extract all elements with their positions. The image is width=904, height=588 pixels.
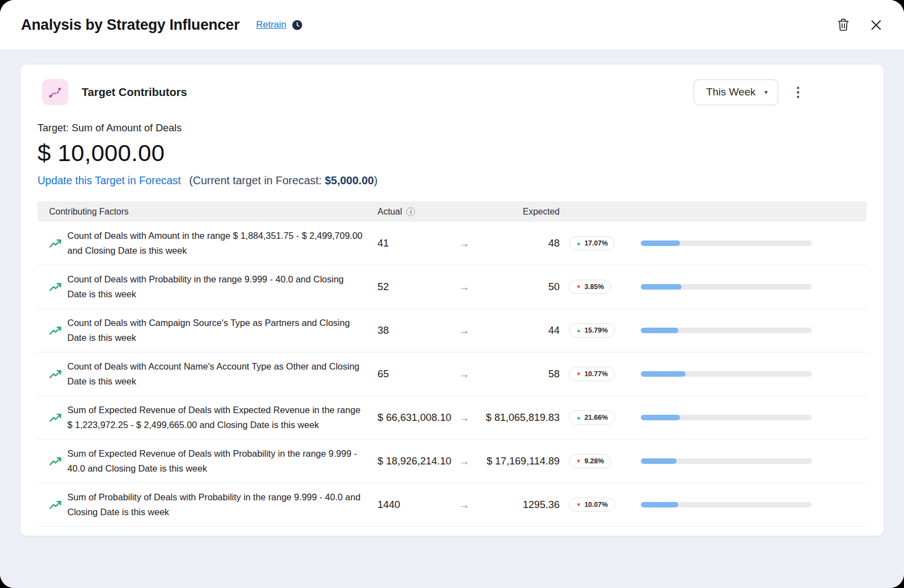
retrain-history-clock-icon[interactable] [292,20,302,30]
change-badge-cell: ▼ 10.77% [560,367,626,381]
progress-cell [626,240,866,246]
close-icon[interactable] [870,19,882,31]
change-percent: 9.28% [584,457,604,465]
change-direction-icon: ▲ [576,241,581,246]
card-title: Target Contributors [82,85,187,99]
table-body: Count of Deals with Amount in the range … [38,222,866,527]
progress-bar [641,240,812,246]
actual-value: 41 [377,237,459,249]
actual-value: $ 18,926,214.10 [377,455,459,467]
expected-value: 48 [485,237,560,249]
progress-cell [626,328,866,333]
period-label: This Week [706,86,756,98]
trending-up-icon [49,413,67,423]
actual-value: $ 66,631,008.10 [377,411,459,424]
retrain-link[interactable]: Retrain [256,19,286,30]
progress-bar-fill [641,328,678,333]
change-direction-icon: ▼ [576,503,581,507]
table-header-row: Contributing Factors Actual i Expected [38,201,866,222]
change-badge-cell: ▼ 10.07% [560,498,626,512]
actual-value: 65 [377,368,459,380]
chevron-down-icon: ▾ [764,88,768,96]
table-row: Sum of Expected Revenue of Deals with Ex… [38,396,866,440]
column-header-factors: Contributing Factors [49,207,377,217]
change-badge-cell: ▼ 3.85% [560,280,626,294]
change-badge-cell: ▲ 15.79% [560,323,626,338]
change-badge-cell: ▼ 9.28% [560,454,626,468]
change-percent: 15.79% [584,327,608,334]
change-badge: ▲ 15.79% [569,323,615,338]
change-direction-icon: ▼ [576,372,581,377]
progress-cell [626,415,866,420]
change-badge: ▼ 3.85% [569,280,611,294]
trending-up-icon [49,239,67,248]
table-row: Count of Deals with Account Name's Accou… [38,352,866,396]
expected-value: $ 17,169,114.89 [485,455,560,467]
more-options-icon[interactable]: ⋮ [791,85,805,99]
change-direction-icon: ▲ [576,328,581,333]
actual-value: 1440 [377,499,459,511]
change-badge: ▼ 9.28% [569,454,611,468]
info-icon[interactable]: i [406,207,415,216]
progress-cell [626,371,866,377]
factor-text: Count of Deals with Account Name's Accou… [67,352,377,395]
contributing-factors-table: Contributing Factors Actual i Expected C… [38,201,866,527]
page-title: Analysis by Strategy Influencer [21,17,240,34]
change-badge: ▼ 10.07% [569,498,615,512]
arrow-right-icon: → [459,499,485,511]
progress-bar [641,328,812,333]
factor-text: Sum of Expected Revenue of Deals with Pr… [67,440,377,483]
progress-bar-fill [641,458,677,464]
table-row: Sum of Expected Revenue of Deals with Pr… [38,440,866,483]
progress-bar-fill [641,284,682,290]
current-target-text: (Current target in Forecast: $5,000.00) [189,174,377,187]
progress-bar [641,415,812,420]
column-header-actual: Actual [377,207,402,217]
expected-value: 44 [485,324,560,336]
progress-bar [641,458,812,464]
strategy-influencer-window: Analysis by Strategy Influencer Retrain [0,0,904,588]
expected-value: 50 [485,281,560,293]
progress-bar-fill [641,240,680,246]
progress-bar [641,502,812,507]
arrow-right-icon: → [459,455,485,468]
change-badge-cell: ▲ 21.66% [560,410,626,425]
change-badge: ▲ 21.66% [569,410,615,425]
actual-value: 38 [377,324,459,336]
arrow-right-icon: → [459,281,485,293]
topbar: Analysis by Strategy Influencer Retrain [0,0,904,50]
factor-text: Count of Deals with Campaign Source's Ty… [67,309,377,352]
progress-cell [626,458,866,464]
target-label: Target: Sum of Amount of Deals [38,122,866,134]
factor-text: Sum of Probability of Deals with Probabi… [67,483,377,526]
change-direction-icon: ▼ [576,285,581,290]
current-target-value: $5,000.00 [325,174,374,186]
change-percent: 17.07% [584,239,608,247]
expected-value: 58 [485,368,560,380]
change-direction-icon: ▲ [576,415,581,420]
factor-text: Count of Deals with Amount in the range … [67,222,377,265]
arrow-right-icon: → [459,411,485,424]
period-selector[interactable]: This Week ▾ [694,79,778,105]
progress-cell [626,284,866,290]
arrow-right-icon: → [459,368,485,381]
trending-up-icon [49,370,67,379]
delete-icon[interactable] [837,18,849,31]
table-row: Sum of Probability of Deals with Probabi… [38,483,866,527]
progress-bar-fill [641,371,685,377]
change-badge: ▼ 10.77% [569,367,615,381]
column-header-expected: Expected [485,207,560,217]
content-area: Target Contributors This Week ▾ ⋮ Target… [0,50,904,588]
topbar-actions [837,18,882,31]
table-row: Count of Deals with Campaign Source's Ty… [38,309,866,352]
table-row: Count of Deals with Amount in the range … [38,222,866,265]
target-contributors-card: Target Contributors This Week ▾ ⋮ Target… [20,64,884,536]
progress-bar [641,284,812,290]
actual-value: 52 [377,281,459,293]
change-percent: 10.07% [584,501,608,509]
trending-up-icon [49,282,67,292]
update-target-link[interactable]: Update this Target in Forecast [38,174,181,187]
progress-bar [641,371,812,377]
strategy-icon [42,79,68,105]
card-header-actions: This Week ▾ ⋮ [694,79,805,105]
